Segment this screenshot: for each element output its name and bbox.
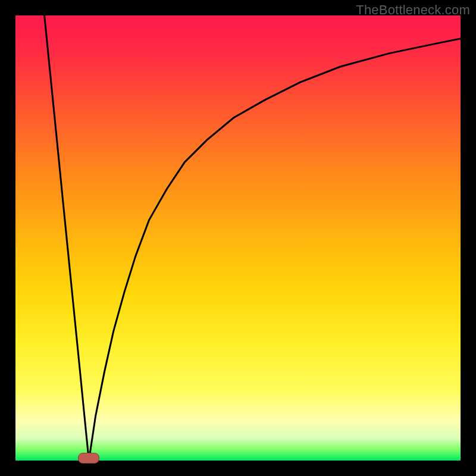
curves-layer [15, 15, 461, 461]
bottleneck-marker [78, 453, 99, 464]
curve-right-branch [89, 39, 461, 461]
watermark-text: TheBottleneck.com [356, 2, 470, 18]
chart-frame: TheBottleneck.com [0, 0, 476, 476]
curve-left-branch [45, 15, 89, 461]
plot-area [15, 15, 461, 461]
